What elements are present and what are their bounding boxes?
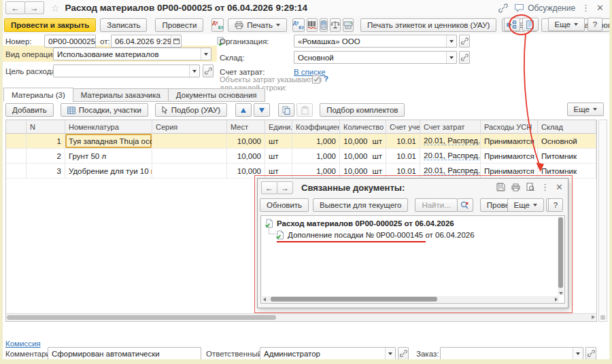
row-marker-cell[interactable] bbox=[6, 164, 27, 178]
row-marker-cell[interactable] bbox=[6, 134, 27, 148]
table-vertical-scrollbar[interactable] bbox=[598, 120, 607, 322]
column-header[interactable]: Расходы УСН bbox=[481, 120, 538, 133]
table-horizontal-scrollbar[interactable] bbox=[6, 313, 596, 321]
more-button[interactable]: Еще bbox=[548, 18, 585, 31]
organization-dropdown-button[interactable] bbox=[446, 35, 456, 47]
related-more-button[interactable]: Еще bbox=[507, 198, 544, 212]
coefficient-cell[interactable]: 1,000 bbox=[292, 164, 340, 178]
scrollbar-thumb[interactable] bbox=[7, 315, 276, 320]
save-icon[interactable] bbox=[496, 183, 505, 192]
forward-button[interactable]: → bbox=[24, 1, 44, 14]
unit-cell[interactable]: шт bbox=[265, 134, 292, 148]
column-header[interactable]: Количество bbox=[340, 120, 386, 133]
help-button[interactable]: ? bbox=[588, 18, 602, 31]
tab-customer-materials[interactable]: Материалы заказчика bbox=[73, 88, 169, 102]
discussion-button[interactable]: Обсуждение bbox=[514, 3, 575, 13]
scrollbar-thumb[interactable] bbox=[558, 217, 563, 288]
tab-materials[interactable]: Материалы (3) bbox=[3, 88, 73, 102]
nomenclature-cell[interactable]: Удобрение для туи 10 кг bbox=[65, 164, 152, 178]
organization-field[interactable]: «Ромашка» ООО bbox=[294, 35, 457, 48]
related-help-button[interactable]: ? bbox=[548, 198, 563, 212]
usn-cell[interactable]: Принимаются bbox=[481, 149, 538, 163]
menu-kebab-icon[interactable]: ⋮ bbox=[541, 182, 549, 192]
scrollbar-thumb[interactable] bbox=[271, 297, 437, 302]
cancel-search-button[interactable] bbox=[457, 198, 473, 212]
marker-column-header[interactable] bbox=[6, 120, 27, 133]
scales-button[interactable] bbox=[330, 18, 341, 32]
pick-button[interactable]: Подбор (УАУ) bbox=[155, 103, 227, 117]
column-header[interactable]: Мест bbox=[227, 120, 265, 133]
cost-objects-checkbox[interactable] bbox=[312, 75, 320, 84]
quantity-cell[interactable]: 10,000шт bbox=[340, 164, 386, 178]
warehouse-field[interactable]: Основной bbox=[294, 51, 457, 64]
cost-objects-help[interactable]: ? bbox=[324, 75, 328, 83]
quantity-cell[interactable]: 10,000шт bbox=[340, 134, 386, 148]
tree-item-child[interactable]: Дополнение посадки № 0Р00-000145 от 06.0… bbox=[275, 230, 475, 240]
move-up-button[interactable] bbox=[235, 103, 252, 117]
column-header[interactable]: Серия bbox=[152, 120, 227, 133]
preview-icon[interactable] bbox=[526, 183, 534, 192]
usn-cell[interactable]: Принимаются bbox=[481, 164, 538, 178]
responsible-open-button[interactable] bbox=[398, 347, 409, 360]
order-open-button[interactable] bbox=[585, 347, 596, 360]
favorite-star-icon[interactable]: ☆ bbox=[51, 3, 60, 13]
purpose-field[interactable] bbox=[53, 65, 200, 77]
cost-account-cell-link[interactable]: 20.01, Распред... bbox=[424, 136, 481, 145]
operation-field[interactable]: Использование материалов bbox=[53, 48, 211, 60]
account-cell[interactable]: 10.01 bbox=[386, 164, 420, 178]
plantings-button[interactable]: Посадки, участки bbox=[61, 103, 148, 117]
move-down-button[interactable] bbox=[254, 103, 270, 117]
related-documents-button[interactable] bbox=[504, 18, 520, 31]
column-header[interactable]: N bbox=[27, 120, 65, 133]
add-row-button[interactable]: Добавить bbox=[5, 103, 54, 117]
warehouse-open-button[interactable] bbox=[459, 51, 470, 64]
warehouse-cell[interactable]: Основной bbox=[538, 134, 596, 148]
label-printer-button[interactable] bbox=[343, 18, 354, 32]
number-field[interactable]: 0Р00-000025 bbox=[44, 35, 96, 48]
data-terminal-button[interactable] bbox=[320, 18, 328, 32]
order-field[interactable] bbox=[440, 347, 583, 360]
scroll-right-icon[interactable] bbox=[592, 315, 595, 319]
organization-open-button[interactable] bbox=[459, 35, 470, 48]
responsible-field[interactable]: Администратор bbox=[260, 347, 396, 360]
save-button[interactable]: Записать bbox=[100, 18, 147, 32]
cost-account-cell[interactable]: 20.01, Распред... bbox=[420, 149, 481, 163]
forward-button[interactable]: → bbox=[277, 181, 293, 194]
print-labels-button[interactable]: Печать этикеток и ценников (УАУ) bbox=[360, 18, 496, 32]
commission-link[interactable]: Комиссия bbox=[5, 340, 41, 348]
places-cell[interactable]: 10,000 bbox=[227, 164, 265, 178]
paste-rows-button[interactable] bbox=[296, 103, 313, 117]
close-icon[interactable]: ✕ bbox=[596, 3, 604, 13]
copy-rows-button[interactable] bbox=[278, 103, 294, 117]
coefficient-cell[interactable]: 1,000 bbox=[292, 149, 340, 163]
cost-account-cell-link[interactable]: 20.01, Распред... bbox=[424, 151, 481, 160]
column-header[interactable]: Номенклатура bbox=[65, 120, 152, 133]
warehouse-cell[interactable]: Питомник bbox=[538, 164, 596, 178]
usn-cell[interactable]: Принимаются bbox=[481, 134, 538, 148]
scroll-down-icon[interactable] bbox=[559, 292, 563, 295]
places-cell[interactable]: 10,000 bbox=[227, 149, 265, 163]
operation-dropdown-button[interactable] bbox=[201, 48, 211, 60]
unit-cell[interactable]: шт bbox=[265, 164, 292, 178]
close-icon[interactable]: ✕ bbox=[556, 182, 563, 192]
comment-field[interactable]: Сформирован автоматически bbox=[48, 347, 201, 360]
purpose-dropdown-button[interactable] bbox=[189, 65, 199, 77]
tree-item-parent[interactable]: Расход материалов 0Р00-000025 от 06.04.2… bbox=[265, 219, 454, 228]
account-cell[interactable]: 10.01 bbox=[386, 134, 420, 148]
find-button[interactable]: Найти... bbox=[415, 198, 457, 212]
nomenclature-cell[interactable]: Грунт 50 л bbox=[65, 149, 152, 163]
column-header[interactable]: Склад bbox=[538, 120, 596, 133]
back-button[interactable]: ← bbox=[5, 1, 25, 14]
reports-button[interactable] bbox=[522, 18, 539, 31]
warehouse-cell[interactable]: Питомник bbox=[538, 149, 596, 163]
cost-account-cell-link[interactable]: 20.01, Распред... bbox=[424, 166, 481, 175]
column-header[interactable]: Едини... bbox=[265, 120, 292, 133]
places-cell[interactable]: 10,000 bbox=[227, 134, 265, 148]
show-postings-button[interactable]: ДтКт bbox=[211, 18, 224, 32]
row-number-cell[interactable]: 1 bbox=[27, 134, 65, 148]
tree-vertical-scrollbar[interactable] bbox=[558, 217, 564, 295]
get-link-icon[interactable] bbox=[498, 3, 508, 13]
post-button[interactable]: Провести bbox=[155, 18, 203, 32]
column-header[interactable]: Счет учета bbox=[386, 120, 420, 133]
series-cell[interactable] bbox=[152, 134, 227, 148]
